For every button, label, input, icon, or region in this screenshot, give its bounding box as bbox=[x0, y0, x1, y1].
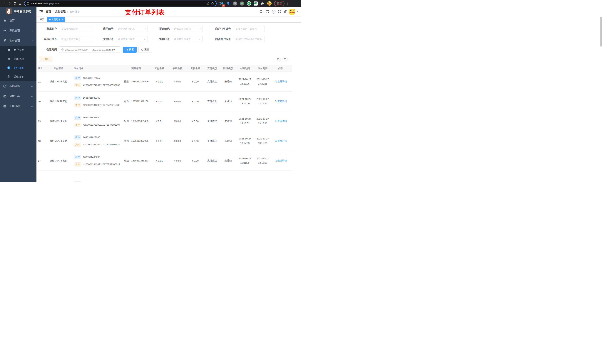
site-info-icon[interactable] bbox=[27, 2, 29, 5]
search-button[interactable]: 搜索 bbox=[123, 47, 137, 53]
date-range-input[interactable]: 2021-10-01 00:00:00 - 2021-10-31 23:59:5… bbox=[59, 46, 120, 53]
tab-home[interactable]: 首页 bbox=[38, 17, 46, 22]
extension-gem-icon[interactable] bbox=[226, 1, 230, 6]
view-detail-link[interactable]: 查看详情 bbox=[275, 80, 287, 83]
cell-fee: ¥ 0.00 bbox=[169, 100, 186, 103]
github-icon[interactable] bbox=[266, 10, 269, 13]
cell-pay-order: 商户 1635311468233 支付 42000011942021102767… bbox=[72, 155, 122, 166]
merchant-order-no-input[interactable] bbox=[233, 26, 265, 32]
chevron-down-icon bbox=[31, 85, 33, 87]
orders-table: 编号 支付渠道 支付订单 商品标题 支付金额 手续金额 退款金额 支付状态 回调… bbox=[38, 65, 292, 182]
pay-tag: 支付 bbox=[74, 103, 81, 107]
sidebar-item-home[interactable]: 首页 bbox=[0, 16, 36, 26]
reset-button[interactable]: 重置 bbox=[139, 47, 152, 53]
breadcrumb-home[interactable]: 首页 bbox=[46, 10, 51, 13]
browser-back-button[interactable] bbox=[2, 1, 7, 6]
view-detail-link[interactable]: 查看详情 bbox=[275, 119, 287, 123]
cell-amount: ¥ 0.01 bbox=[150, 140, 169, 142]
channel-code-select[interactable]: 请输入渠道编码 bbox=[172, 26, 203, 32]
app-select[interactable]: 请选择应用信息 bbox=[116, 26, 148, 32]
tab-close-icon[interactable]: × bbox=[62, 18, 63, 21]
briefcase-icon bbox=[3, 105, 7, 108]
filter-app: 应用编号 请选择应用信息 bbox=[92, 26, 148, 32]
pay-status-select[interactable]: 请选择支付状态 bbox=[116, 36, 148, 42]
extension-sketch-icon[interactable]: 10 bbox=[219, 1, 224, 6]
browser-reload-button[interactable] bbox=[12, 1, 17, 6]
sidebar-logo[interactable]: 芋道管理系统 bbox=[0, 7, 36, 16]
cell-paid: 2021-10-2713:22:15 bbox=[254, 77, 272, 86]
browser-toolbar: localhost :1024/pay/order 10 ⌘ v bbox=[0, 0, 301, 7]
extension-vue-devtools-icon[interactable]: v bbox=[247, 1, 251, 6]
cell-created: 2021-10-2713:11:08 bbox=[236, 156, 254, 165]
browser-menu-icon[interactable] bbox=[287, 1, 289, 6]
breadcrumb-section[interactable]: 支付管理 bbox=[55, 10, 65, 13]
view-detail-link[interactable]: 查看详情 bbox=[275, 159, 287, 162]
clock-icon bbox=[61, 48, 64, 51]
extensions-row: 10 ⌘ v bbox=[219, 1, 272, 6]
cell-actions: 查看详情 bbox=[272, 159, 290, 162]
browser-forward-button[interactable] bbox=[7, 1, 12, 6]
sidebar-item-merchant-info[interactable]: 商户信息 bbox=[0, 46, 36, 54]
merchant-order-no: 1635311468233 bbox=[83, 156, 100, 158]
share-icon[interactable] bbox=[207, 2, 210, 5]
cell-id: 18 bbox=[38, 140, 45, 142]
sidebar-item-pay[interactable]: ¥ 支付管理 bbox=[0, 36, 36, 46]
chevron-down-icon bbox=[31, 30, 33, 32]
extension-chat-icon[interactable] bbox=[253, 1, 258, 6]
merchant-tag: 商户 bbox=[74, 96, 81, 100]
extension-command-icon[interactable]: ⌘ bbox=[233, 1, 237, 6]
table-body: 21 微信 JSAPI 支付 商户 1635312124657 支付 42000… bbox=[38, 72, 292, 171]
tab-pay-order[interactable]: 支付订单 × bbox=[47, 17, 65, 22]
pay-order-no: 4200001181202110277723215336 bbox=[83, 104, 120, 106]
refund-status-select[interactable]: 请选择退款状态 bbox=[172, 36, 203, 42]
extension-emoji-avatar[interactable] bbox=[267, 1, 272, 6]
search-icon bbox=[275, 81, 277, 83]
sidebar-item-infra[interactable]: 基础设施 bbox=[0, 81, 36, 91]
filter-row-2: 渠道订单号 支付状态 请选择支付状态 退款状态 请选择退款状态 bbox=[36, 36, 301, 42]
merchant-input[interactable] bbox=[59, 26, 92, 32]
extensions-puzzle-icon[interactable] bbox=[260, 1, 265, 6]
channel-order-no-input[interactable] bbox=[59, 36, 92, 42]
view-detail-link[interactable]: 查看详情 bbox=[275, 139, 287, 143]
chevron-down-icon bbox=[31, 105, 33, 107]
sidebar-item-dev-tools[interactable]: 研发工具 bbox=[0, 91, 36, 101]
fullscreen-icon[interactable] bbox=[278, 10, 281, 13]
export-button[interactable]: 导出 bbox=[39, 57, 52, 62]
sidebar-item-app-info[interactable]: 应用信息 bbox=[0, 54, 36, 63]
browser-home-button[interactable] bbox=[17, 1, 22, 6]
sidebar-item-refund-order[interactable]: 退款订单 bbox=[0, 72, 36, 81]
tags-bar: 首页 支付订单 × bbox=[36, 16, 301, 22]
sidebar-toggle-icon[interactable] bbox=[39, 10, 43, 13]
chevron-down-icon bbox=[144, 38, 146, 40]
filter-pay-status: 支付状态 请选择支付状态 bbox=[92, 36, 148, 42]
notify-status-select[interactable]: 请选择订单回调商户状态 bbox=[233, 36, 265, 42]
merchant-tag: 商户 bbox=[74, 116, 81, 120]
date-separator: - bbox=[89, 48, 91, 51]
font-size-icon[interactable]: tT bbox=[284, 10, 287, 13]
cell-pay-order: 商户 1635311823086 支付 42000011672021102710… bbox=[72, 135, 122, 147]
cell-channel: 微信 JSAPI 支付 bbox=[45, 100, 72, 103]
avatar[interactable] bbox=[289, 9, 295, 15]
browser-update-button[interactable]: 更新 bbox=[274, 1, 285, 6]
refresh-table-button[interactable] bbox=[282, 57, 288, 62]
show-search-button[interactable] bbox=[276, 57, 281, 62]
sidebar-item-workflow[interactable]: 工作流程 bbox=[0, 101, 36, 111]
col-notify: 回调状态 bbox=[220, 67, 236, 70]
sidebar-item-pay-order[interactable]: 支付订单 bbox=[0, 63, 36, 72]
cell-fee: ¥ 0.00 bbox=[169, 80, 186, 83]
avatar-caret-icon[interactable] bbox=[297, 11, 298, 12]
pay-tag: 支付 bbox=[74, 123, 81, 127]
pay-order-icon bbox=[7, 66, 11, 70]
bookmark-star-icon[interactable] bbox=[211, 2, 214, 5]
view-detail-link[interactable]: 查看详情 bbox=[275, 100, 287, 103]
sidebar-item-system[interactable]: 系统管理 bbox=[0, 26, 36, 36]
merchant-order-no: 1635312124657 bbox=[83, 77, 100, 79]
help-icon[interactable]: ? bbox=[272, 10, 275, 13]
cell-paid: 2021-10-2713:11:15 bbox=[254, 156, 272, 165]
extension-recorder-icon[interactable] bbox=[240, 1, 244, 6]
cell-title: 标题：1635312124656 bbox=[122, 80, 150, 83]
col-pay-order: 支付订单 bbox=[72, 67, 122, 70]
search-icon[interactable] bbox=[259, 10, 263, 13]
address-bar[interactable]: localhost :1024/pay/order bbox=[24, 1, 216, 6]
cell-pay-order: 商户 1635312124657 支付 42000011742021102780… bbox=[72, 76, 122, 87]
